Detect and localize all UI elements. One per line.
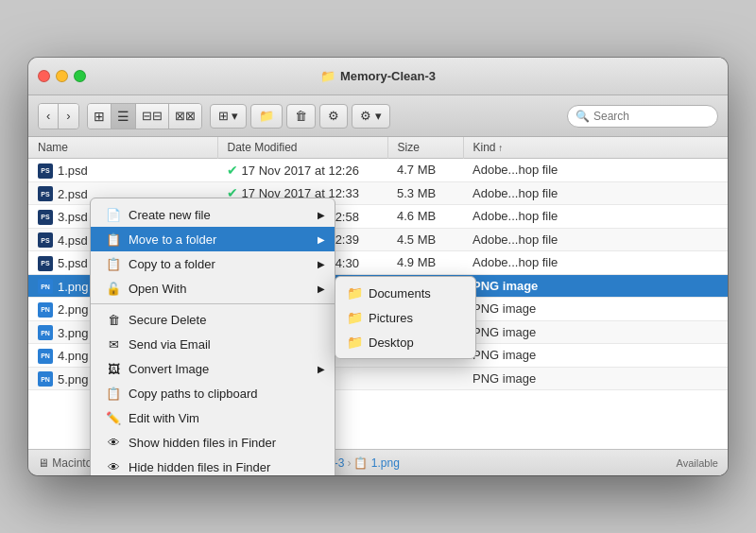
psd-icon: PS: [38, 232, 53, 248]
toolbar: ‹ › ⊞ ☰ ⊟⊟ ⊠⊠ ⊞ ▾ 📁 🗑 ⚙ ⚙ ▾ 🔍: [28, 95, 728, 137]
png-icon: PN: [38, 371, 53, 387]
minimize-button[interactable]: [56, 70, 68, 82]
search-input[interactable]: [593, 110, 710, 123]
breadcrumb-file[interactable]: 📋 1.png: [353, 456, 399, 470]
psd-icon: PS: [38, 163, 53, 179]
psd-icon: PS: [38, 256, 53, 271]
icon-view-button[interactable]: ⊞: [88, 104, 112, 129]
nav-group: ‹ ›: [38, 103, 79, 129]
open-with-icon: 🔓: [106, 281, 121, 296]
ctx-divider-1: [91, 303, 335, 304]
submenu-documents[interactable]: 📁 Documents: [335, 281, 475, 305]
copy-icon: 📋: [106, 256, 121, 271]
ctx-show-hidden[interactable]: 👁 Show hidden files in Finder: [91, 430, 335, 455]
folder-icon-desk: 📁: [347, 335, 363, 350]
maximize-button[interactable]: [74, 70, 86, 82]
png-icon: PN: [38, 325, 53, 340]
ctx-move-to-folder[interactable]: 📋 Move to a folder 📁 Documents 📁 Picture…: [91, 227, 335, 251]
png-icon: PN: [38, 279, 53, 294]
folder-icon: 📁: [320, 69, 335, 83]
ctx-send-email[interactable]: ✉ Send via Email: [91, 332, 335, 356]
copy-paths-icon: 📋: [106, 386, 121, 401]
col-date[interactable]: Date Modified: [217, 137, 387, 159]
cover-view-button[interactable]: ⊠⊠: [169, 104, 201, 129]
submenu-desktop[interactable]: 📁 Desktop: [335, 330, 475, 354]
ctx-hide-hidden[interactable]: 👁 Hide hidden files in Finder: [91, 455, 335, 475]
context-menu: 📄 Create new file 📋 Move to a folder 📁 D…: [90, 198, 335, 475]
submenu-move: 📁 Documents 📁 Pictures 📁 Desktop: [335, 276, 476, 359]
titlebar: 📁 Memory-Clean-3: [28, 58, 728, 95]
list-view-button[interactable]: ☰: [112, 104, 136, 129]
ctx-secure-delete[interactable]: 🗑 Secure Delete: [91, 307, 335, 332]
ctx-edit-vim[interactable]: ✏️ Edit with Vim: [91, 405, 335, 430]
convert-icon: 🖼: [106, 361, 121, 376]
move-icon: 📋: [106, 232, 121, 247]
email-icon: ✉: [106, 336, 121, 352]
back-button[interactable]: ‹: [39, 104, 59, 129]
window-title: 📁 Memory-Clean-3: [320, 69, 436, 83]
col-kind[interactable]: Kind: [463, 137, 728, 159]
vim-icon: ✏️: [106, 410, 121, 425]
col-name[interactable]: Name: [28, 137, 217, 159]
forward-button[interactable]: ›: [59, 104, 77, 129]
ctx-copy-to-folder[interactable]: 📋 Copy to a folder: [91, 251, 335, 276]
trash-icon: 🗑: [106, 312, 121, 327]
status-available: Available: [677, 457, 718, 469]
png-icon: PN: [38, 349, 53, 364]
column-view-button[interactable]: ⊟⊟: [136, 104, 169, 129]
submenu-pictures[interactable]: 📁 Pictures: [335, 305, 475, 330]
delete-button[interactable]: 🗑: [286, 104, 316, 129]
sync-icon: ✔: [227, 163, 238, 178]
new-folder-button[interactable]: 📁: [250, 104, 283, 129]
arrange-button[interactable]: ⊞ ▾: [210, 104, 248, 129]
view-group: ⊞ ☰ ⊟⊟ ⊠⊠: [87, 103, 202, 129]
close-button[interactable]: [38, 70, 50, 82]
eye-slash-icon: 👁: [106, 459, 121, 474]
finder-window: 📁 Memory-Clean-3 ‹ › ⊞ ☰ ⊟⊟ ⊠⊠ ⊞ ▾ 📁 🗑 ⚙…: [28, 58, 728, 475]
folder-icon-doc: 📁: [347, 285, 363, 301]
table-header: Name Date Modified Size Kind: [28, 137, 728, 159]
new-file-icon: 📄: [106, 207, 121, 222]
psd-icon: PS: [38, 210, 53, 225]
share-button[interactable]: ⚙: [319, 104, 348, 129]
col-size[interactable]: Size: [387, 137, 463, 159]
table-row[interactable]: PS 1.psd ✔ 17 Nov 2017 at 12:26 4.7 MB A…: [28, 159, 728, 182]
png-icon: PN: [38, 302, 53, 318]
action-button[interactable]: ⚙ ▾: [352, 104, 390, 129]
search-box[interactable]: 🔍: [567, 105, 718, 128]
folder-icon-pic: 📁: [347, 310, 363, 325]
psd-icon: PS: [38, 186, 53, 201]
ctx-convert-image[interactable]: 🖼 Convert Image: [91, 356, 335, 381]
ctx-create-new-file[interactable]: 📄 Create new file: [91, 202, 335, 227]
eye-icon: 👁: [106, 435, 121, 450]
ctx-open-with[interactable]: 🔓 Open With: [91, 276, 335, 301]
traffic-lights: [38, 70, 86, 82]
ctx-copy-paths[interactable]: 📋 Copy paths to clipboard: [91, 381, 335, 405]
search-icon: 🔍: [576, 110, 590, 123]
